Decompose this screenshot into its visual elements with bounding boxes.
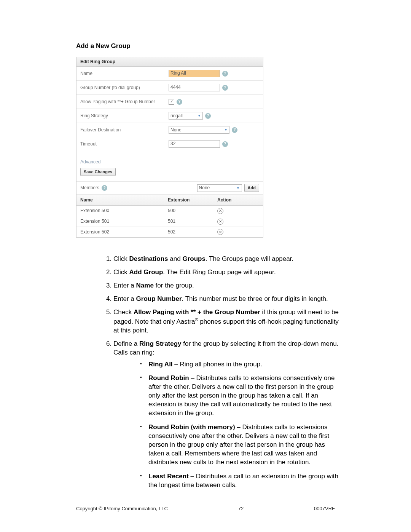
cell-ext: 500 <box>164 206 213 216</box>
table-row: Extension 502 502 ✕ <box>76 227 263 237</box>
panel-header: Edit Ring Group <box>76 57 263 67</box>
label-group-number: Group Number (to dial group) <box>80 85 169 91</box>
instructions: Click Destinations and Groups. The Group… <box>76 255 339 489</box>
bullet-round-robin: Round Robin – Distributes calls to exten… <box>140 374 339 418</box>
chevron-down-icon: ▾ <box>236 185 241 191</box>
cell-name: Extension 501 <box>76 216 164 227</box>
members-table: Name Extension Action Extension 500 500 … <box>76 195 263 237</box>
input-timeout[interactable]: 32 <box>169 140 220 148</box>
label-ring-strategy: Ring Strategy <box>80 113 169 119</box>
help-icon[interactable]: ? <box>205 113 211 119</box>
delete-icon[interactable]: ✕ <box>217 229 223 235</box>
input-name[interactable]: Ring All <box>169 70 220 77</box>
select-members[interactable]: None ▾ <box>197 184 242 192</box>
col-extension: Extension <box>164 195 213 206</box>
members-label: Members <box>80 185 99 191</box>
save-changes-button[interactable]: Save Changes <box>80 168 116 176</box>
step-3: Enter a Name for the group. <box>113 281 339 290</box>
step-5: Check Allow Paging with ** + the Group N… <box>113 308 339 335</box>
chevron-down-icon: ▾ <box>223 127 228 133</box>
select-value: None <box>199 185 210 191</box>
step-2: Click Add Group. The Edit Ring Group pag… <box>113 268 339 277</box>
bullet-round-robin-memory: Round Robin (with memory) – Distributes … <box>140 423 339 467</box>
cell-name: Extension 502 <box>76 227 164 237</box>
select-failover[interactable]: None ▾ <box>169 126 229 134</box>
bullet-least-recent: Least Recent – Distributes a call to an … <box>140 472 339 490</box>
page-number: 72 <box>238 505 244 512</box>
table-row: Extension 500 500 ✕ <box>76 206 263 216</box>
col-action: Action <box>213 195 263 206</box>
col-name: Name <box>76 195 164 206</box>
label-failover: Failover Destination <box>80 127 169 133</box>
advanced-link[interactable]: Advanced <box>80 159 259 165</box>
step-6: Define a Ring Strategy for the group by … <box>113 340 339 490</box>
delete-icon[interactable]: ✕ <box>217 208 223 214</box>
footer-left: Copyright © IPitomy Communication, LLC <box>76 505 168 512</box>
cell-ext: 502 <box>164 227 213 237</box>
table-row: Extension 501 501 ✕ <box>76 216 263 227</box>
cell-name: Extension 500 <box>76 206 164 216</box>
label-allow-paging: Allow Paging with **+ Group Number <box>80 99 169 105</box>
help-icon[interactable]: ? <box>222 71 228 77</box>
input-group-number[interactable]: 4444 <box>169 84 220 91</box>
label-timeout: Timeout <box>80 141 169 147</box>
help-icon[interactable]: ? <box>177 99 182 105</box>
footer-right: 0007VRF <box>314 505 335 512</box>
cell-ext: 501 <box>164 216 213 227</box>
edit-ring-group-panel: Edit Ring Group Name Ring All ? Group Nu… <box>76 57 263 238</box>
select-value: ringall <box>170 113 183 119</box>
page-footer: Copyright © IPitomy Communication, LLC 7… <box>0 505 411 512</box>
chevron-down-icon: ▾ <box>196 113 202 118</box>
section-title: Add a New Group <box>76 42 339 51</box>
delete-icon[interactable]: ✕ <box>217 219 223 225</box>
add-member-button[interactable]: Add <box>244 184 259 192</box>
help-icon[interactable]: ? <box>232 127 237 133</box>
step-4: Enter a Group Number. This number must b… <box>113 295 339 304</box>
help-icon[interactable]: ? <box>102 185 107 191</box>
label-name: Name <box>80 70 169 77</box>
bullet-ring-all: Ring All – Ring all phones in the group. <box>140 360 339 369</box>
select-value: None <box>170 127 182 133</box>
checkbox-allow-paging[interactable]: ✓ <box>169 99 174 105</box>
step-1: Click Destinations and Groups. The Group… <box>113 255 339 264</box>
help-icon[interactable]: ? <box>222 85 228 91</box>
help-icon[interactable]: ? <box>222 141 228 147</box>
select-ring-strategy[interactable]: ringall ▾ <box>169 112 203 120</box>
